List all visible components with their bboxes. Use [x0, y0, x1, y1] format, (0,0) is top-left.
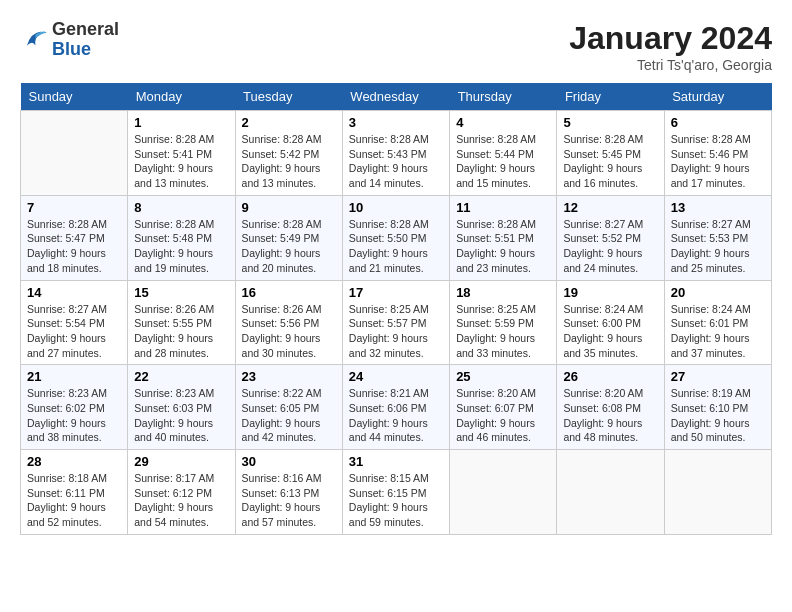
day-number: 3 [349, 115, 443, 130]
day-info: Sunrise: 8:15 AM Sunset: 6:15 PM Dayligh… [349, 471, 443, 530]
day-number: 26 [563, 369, 657, 384]
day-number: 25 [456, 369, 550, 384]
day-info: Sunrise: 8:20 AM Sunset: 6:07 PM Dayligh… [456, 386, 550, 445]
calendar-cell: 29Sunrise: 8:17 AM Sunset: 6:12 PM Dayli… [128, 450, 235, 535]
calendar-cell: 5Sunrise: 8:28 AM Sunset: 5:45 PM Daylig… [557, 111, 664, 196]
day-number: 22 [134, 369, 228, 384]
calendar-cell: 26Sunrise: 8:20 AM Sunset: 6:08 PM Dayli… [557, 365, 664, 450]
day-info: Sunrise: 8:23 AM Sunset: 6:03 PM Dayligh… [134, 386, 228, 445]
title-block: January 2024 Tetri Ts'q'aro, Georgia [569, 20, 772, 73]
calendar-cell: 12Sunrise: 8:27 AM Sunset: 5:52 PM Dayli… [557, 195, 664, 280]
calendar-week-row: 28Sunrise: 8:18 AM Sunset: 6:11 PM Dayli… [21, 450, 772, 535]
day-info: Sunrise: 8:28 AM Sunset: 5:42 PM Dayligh… [242, 132, 336, 191]
calendar-cell: 1Sunrise: 8:28 AM Sunset: 5:41 PM Daylig… [128, 111, 235, 196]
day-number: 31 [349, 454, 443, 469]
day-number: 30 [242, 454, 336, 469]
weekday-header-sunday: Sunday [21, 83, 128, 111]
day-info: Sunrise: 8:16 AM Sunset: 6:13 PM Dayligh… [242, 471, 336, 530]
day-info: Sunrise: 8:19 AM Sunset: 6:10 PM Dayligh… [671, 386, 765, 445]
calendar-cell: 30Sunrise: 8:16 AM Sunset: 6:13 PM Dayli… [235, 450, 342, 535]
calendar-cell: 27Sunrise: 8:19 AM Sunset: 6:10 PM Dayli… [664, 365, 771, 450]
day-number: 12 [563, 200, 657, 215]
day-number: 10 [349, 200, 443, 215]
day-number: 28 [27, 454, 121, 469]
day-number: 27 [671, 369, 765, 384]
calendar-cell: 2Sunrise: 8:28 AM Sunset: 5:42 PM Daylig… [235, 111, 342, 196]
day-number: 11 [456, 200, 550, 215]
calendar-week-row: 1Sunrise: 8:28 AM Sunset: 5:41 PM Daylig… [21, 111, 772, 196]
day-info: Sunrise: 8:28 AM Sunset: 5:51 PM Dayligh… [456, 217, 550, 276]
calendar-cell [557, 450, 664, 535]
weekday-header-wednesday: Wednesday [342, 83, 449, 111]
day-number: 8 [134, 200, 228, 215]
logo-general-text: General [52, 20, 119, 40]
day-number: 6 [671, 115, 765, 130]
calendar-cell: 20Sunrise: 8:24 AM Sunset: 6:01 PM Dayli… [664, 280, 771, 365]
day-number: 14 [27, 285, 121, 300]
calendar-cell: 9Sunrise: 8:28 AM Sunset: 5:49 PM Daylig… [235, 195, 342, 280]
day-number: 18 [456, 285, 550, 300]
calendar-cell: 16Sunrise: 8:26 AM Sunset: 5:56 PM Dayli… [235, 280, 342, 365]
day-info: Sunrise: 8:26 AM Sunset: 5:56 PM Dayligh… [242, 302, 336, 361]
day-number: 20 [671, 285, 765, 300]
calendar-cell: 28Sunrise: 8:18 AM Sunset: 6:11 PM Dayli… [21, 450, 128, 535]
logo-bird-icon [20, 26, 48, 54]
day-number: 5 [563, 115, 657, 130]
calendar-cell: 18Sunrise: 8:25 AM Sunset: 5:59 PM Dayli… [450, 280, 557, 365]
day-info: Sunrise: 8:28 AM Sunset: 5:49 PM Dayligh… [242, 217, 336, 276]
day-number: 15 [134, 285, 228, 300]
day-number: 2 [242, 115, 336, 130]
calendar-cell: 23Sunrise: 8:22 AM Sunset: 6:05 PM Dayli… [235, 365, 342, 450]
day-number: 16 [242, 285, 336, 300]
calendar-cell: 14Sunrise: 8:27 AM Sunset: 5:54 PM Dayli… [21, 280, 128, 365]
day-number: 9 [242, 200, 336, 215]
day-info: Sunrise: 8:28 AM Sunset: 5:50 PM Dayligh… [349, 217, 443, 276]
day-info: Sunrise: 8:25 AM Sunset: 5:57 PM Dayligh… [349, 302, 443, 361]
logo: General Blue [20, 20, 119, 60]
weekday-header-tuesday: Tuesday [235, 83, 342, 111]
calendar-cell [21, 111, 128, 196]
day-info: Sunrise: 8:21 AM Sunset: 6:06 PM Dayligh… [349, 386, 443, 445]
calendar-cell: 3Sunrise: 8:28 AM Sunset: 5:43 PM Daylig… [342, 111, 449, 196]
calendar-cell: 15Sunrise: 8:26 AM Sunset: 5:55 PM Dayli… [128, 280, 235, 365]
day-number: 17 [349, 285, 443, 300]
calendar-cell: 4Sunrise: 8:28 AM Sunset: 5:44 PM Daylig… [450, 111, 557, 196]
day-info: Sunrise: 8:24 AM Sunset: 6:00 PM Dayligh… [563, 302, 657, 361]
calendar-table: SundayMondayTuesdayWednesdayThursdayFrid… [20, 83, 772, 535]
calendar-cell: 17Sunrise: 8:25 AM Sunset: 5:57 PM Dayli… [342, 280, 449, 365]
calendar-cell: 10Sunrise: 8:28 AM Sunset: 5:50 PM Dayli… [342, 195, 449, 280]
weekday-header-saturday: Saturday [664, 83, 771, 111]
calendar-cell: 7Sunrise: 8:28 AM Sunset: 5:47 PM Daylig… [21, 195, 128, 280]
day-number: 13 [671, 200, 765, 215]
day-info: Sunrise: 8:25 AM Sunset: 5:59 PM Dayligh… [456, 302, 550, 361]
logo-text: General Blue [52, 20, 119, 60]
calendar-cell: 22Sunrise: 8:23 AM Sunset: 6:03 PM Dayli… [128, 365, 235, 450]
month-title: January 2024 [569, 20, 772, 57]
day-info: Sunrise: 8:23 AM Sunset: 6:02 PM Dayligh… [27, 386, 121, 445]
day-info: Sunrise: 8:27 AM Sunset: 5:53 PM Dayligh… [671, 217, 765, 276]
calendar-week-row: 14Sunrise: 8:27 AM Sunset: 5:54 PM Dayli… [21, 280, 772, 365]
day-number: 4 [456, 115, 550, 130]
day-info: Sunrise: 8:27 AM Sunset: 5:54 PM Dayligh… [27, 302, 121, 361]
day-info: Sunrise: 8:20 AM Sunset: 6:08 PM Dayligh… [563, 386, 657, 445]
calendar-cell: 11Sunrise: 8:28 AM Sunset: 5:51 PM Dayli… [450, 195, 557, 280]
day-info: Sunrise: 8:28 AM Sunset: 5:41 PM Dayligh… [134, 132, 228, 191]
calendar-cell [664, 450, 771, 535]
day-info: Sunrise: 8:24 AM Sunset: 6:01 PM Dayligh… [671, 302, 765, 361]
calendar-cell: 24Sunrise: 8:21 AM Sunset: 6:06 PM Dayli… [342, 365, 449, 450]
day-info: Sunrise: 8:28 AM Sunset: 5:43 PM Dayligh… [349, 132, 443, 191]
day-number: 21 [27, 369, 121, 384]
calendar-cell: 19Sunrise: 8:24 AM Sunset: 6:00 PM Dayli… [557, 280, 664, 365]
calendar-cell: 25Sunrise: 8:20 AM Sunset: 6:07 PM Dayli… [450, 365, 557, 450]
day-number: 7 [27, 200, 121, 215]
day-number: 19 [563, 285, 657, 300]
calendar-cell: 13Sunrise: 8:27 AM Sunset: 5:53 PM Dayli… [664, 195, 771, 280]
weekday-header-friday: Friday [557, 83, 664, 111]
day-info: Sunrise: 8:17 AM Sunset: 6:12 PM Dayligh… [134, 471, 228, 530]
weekday-header-monday: Monday [128, 83, 235, 111]
calendar-week-row: 21Sunrise: 8:23 AM Sunset: 6:02 PM Dayli… [21, 365, 772, 450]
calendar-cell [450, 450, 557, 535]
day-number: 24 [349, 369, 443, 384]
day-info: Sunrise: 8:28 AM Sunset: 5:48 PM Dayligh… [134, 217, 228, 276]
calendar-cell: 31Sunrise: 8:15 AM Sunset: 6:15 PM Dayli… [342, 450, 449, 535]
